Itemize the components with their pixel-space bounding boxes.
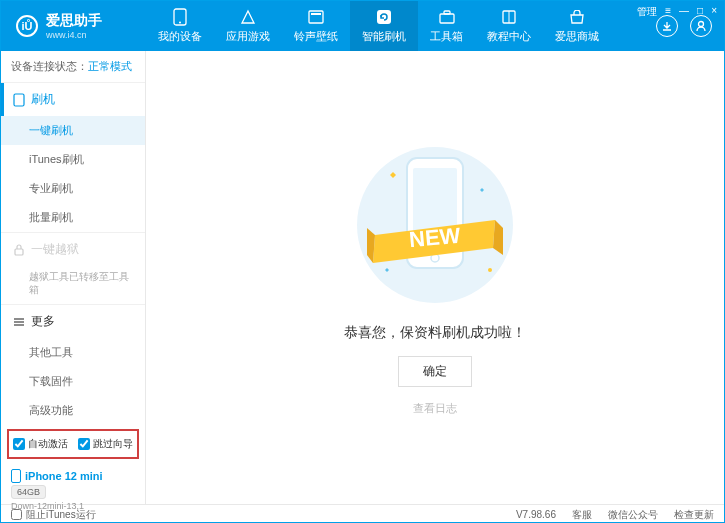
tab-label: 教程中心	[487, 29, 531, 44]
minimize-icon[interactable]: —	[679, 5, 689, 19]
menu-advanced[interactable]: 高级功能	[1, 396, 145, 425]
checkbox-label: 跳过向导	[93, 437, 133, 451]
menu-pro-flash[interactable]: 专业刷机	[1, 174, 145, 203]
checkbox-auto-activate[interactable]: 自动激活	[13, 437, 68, 451]
manage-link[interactable]: 管理	[637, 5, 657, 19]
toolbox-icon	[438, 8, 456, 26]
menu-more-section: 更多 其他工具 下载固件 高级功能	[1, 304, 145, 425]
menu-other-tools[interactable]: 其他工具	[1, 338, 145, 367]
tab-apps[interactable]: 应用游戏	[214, 1, 282, 51]
success-illustration: NEW	[345, 140, 525, 310]
logo-area: iŮ 爱思助手 www.i4.cn	[1, 12, 146, 40]
menu-batch-flash[interactable]: 批量刷机	[1, 203, 145, 232]
service-link[interactable]: 客服	[572, 508, 592, 522]
confirm-button[interactable]: 确定	[398, 356, 472, 387]
phone-icon	[13, 93, 25, 107]
checkbox-label: 自动激活	[28, 437, 68, 451]
jailbreak-note: 越狱工具已转移至工具箱	[1, 266, 145, 304]
footer: 阻止iTunes运行 V7.98.66 客服 微信公众号 检查更新	[1, 504, 724, 523]
menu-icon[interactable]: ≡	[665, 5, 671, 19]
svg-rect-10	[14, 94, 24, 106]
nav-tabs: 我的设备 应用游戏 铃声壁纸 智能刷机 工具箱 教程中心 爱思商城	[146, 1, 644, 51]
tab-smart-flash[interactable]: 智能刷机	[350, 1, 418, 51]
conn-label: 设备连接状态：	[11, 60, 88, 72]
tab-my-device[interactable]: 我的设备	[146, 1, 214, 51]
tab-label: 智能刷机	[362, 29, 406, 44]
list-icon	[13, 316, 25, 328]
sidebar: 设备连接状态：正常模式 刷机 一键刷机 iTunes刷机 专业刷机 批量刷机 一…	[1, 51, 146, 504]
sidebar-bottom: 自动激活 跳过向导 iPhone 12 mini 64GB Down-12min…	[1, 425, 145, 517]
tab-ringtones[interactable]: 铃声壁纸	[282, 1, 350, 51]
option-checkboxes: 自动激活 跳过向导	[7, 429, 139, 459]
svg-rect-3	[311, 13, 321, 15]
svg-rect-4	[377, 10, 391, 24]
svg-point-1	[179, 22, 181, 24]
svg-rect-6	[444, 11, 450, 14]
menu-jailbreak-section: 一键越狱 越狱工具已转移至工具箱	[1, 232, 145, 304]
svg-rect-15	[12, 470, 21, 483]
tab-label: 工具箱	[430, 29, 463, 44]
view-log-link[interactable]: 查看日志	[413, 401, 457, 416]
wechat-link[interactable]: 微信公众号	[608, 508, 658, 522]
menu-jailbreak-title: 一键越狱	[1, 233, 145, 266]
book-icon	[500, 8, 518, 26]
wallpaper-icon	[307, 8, 325, 26]
checkbox-skip-guide[interactable]: 跳过向导	[78, 437, 133, 451]
device-name-label: iPhone 12 mini	[25, 470, 103, 482]
checkbox-input[interactable]	[78, 438, 90, 450]
menu-flash-section: 刷机 一键刷机 iTunes刷机 专业刷机 批量刷机	[1, 82, 145, 232]
store-icon	[568, 8, 586, 26]
tab-toolbox[interactable]: 工具箱	[418, 1, 475, 51]
phone-icon	[171, 8, 189, 26]
connection-status: 设备连接状态：正常模式	[1, 51, 145, 82]
tab-label: 爱思商城	[555, 29, 599, 44]
lock-icon	[13, 244, 25, 256]
svg-rect-2	[309, 11, 323, 23]
tab-store[interactable]: 爱思商城	[543, 1, 611, 51]
apps-icon	[239, 8, 257, 26]
maximize-icon[interactable]: □	[697, 5, 703, 19]
menu-more-title[interactable]: 更多	[1, 305, 145, 338]
close-icon[interactable]: ×	[711, 5, 717, 19]
update-link[interactable]: 检查更新	[674, 508, 714, 522]
tab-label: 我的设备	[158, 29, 202, 44]
main-content: NEW 恭喜您，保资料刷机成功啦！ 确定 查看日志	[146, 51, 724, 504]
checkbox-input[interactable]	[11, 509, 22, 520]
menu-title-label: 一键越狱	[31, 241, 79, 258]
menu-title-label: 更多	[31, 313, 55, 330]
device-storage-badge: 64GB	[11, 485, 46, 499]
tab-tutorials[interactable]: 教程中心	[475, 1, 543, 51]
window-controls: 管理 ≡ — □ ×	[637, 5, 717, 19]
version-label: V7.98.66	[516, 509, 556, 520]
tab-label: 应用游戏	[226, 29, 270, 44]
refresh-icon	[375, 8, 393, 26]
phone-icon	[11, 469, 21, 483]
menu-flash-title[interactable]: 刷机	[1, 83, 145, 116]
conn-mode: 正常模式	[88, 60, 132, 72]
device-name[interactable]: iPhone 12 mini	[11, 469, 135, 483]
svg-rect-5	[440, 14, 454, 23]
app-header: 管理 ≡ — □ × iŮ 爱思助手 www.i4.cn 我的设备 应用游戏 铃…	[1, 1, 724, 51]
menu-itunes-flash[interactable]: iTunes刷机	[1, 145, 145, 174]
logo-sub: www.i4.cn	[46, 30, 102, 40]
logo-icon: iŮ	[16, 15, 38, 37]
block-itunes-checkbox[interactable]: 阻止iTunes运行	[11, 508, 500, 522]
svg-point-20	[488, 268, 492, 272]
content-area: 设备连接状态：正常模式 刷机 一键刷机 iTunes刷机 专业刷机 批量刷机 一…	[1, 51, 724, 504]
checkbox-label: 阻止iTunes运行	[26, 508, 96, 522]
svg-point-9	[699, 22, 704, 27]
menu-title-label: 刷机	[31, 91, 55, 108]
menu-one-click-flash[interactable]: 一键刷机	[0, 116, 145, 145]
tab-label: 铃声壁纸	[294, 29, 338, 44]
success-message: 恭喜您，保资料刷机成功啦！	[344, 324, 526, 342]
svg-rect-11	[15, 249, 23, 255]
menu-download-firmware[interactable]: 下载固件	[1, 367, 145, 396]
checkbox-input[interactable]	[13, 438, 25, 450]
logo-text: 爱思助手	[46, 12, 102, 30]
new-banner-text: NEW	[408, 222, 462, 251]
